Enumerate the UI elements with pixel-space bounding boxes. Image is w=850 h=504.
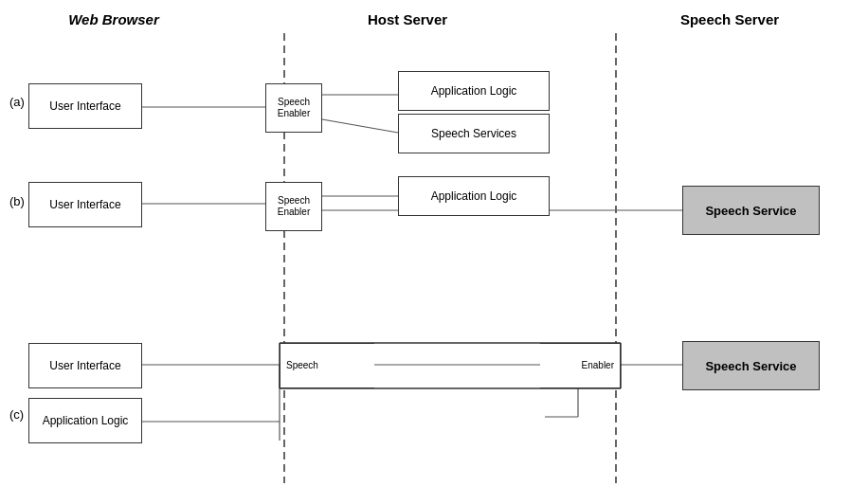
label-c: (c)	[9, 407, 24, 422]
app-logic-box-a: Application Logic	[398, 71, 550, 111]
speech-enabler-box-b: SpeechEnabler	[265, 182, 322, 231]
ui-box-a: User Interface	[28, 83, 142, 129]
label-a: (a)	[9, 95, 25, 109]
ui-box-b: User Interface	[28, 182, 142, 227]
app-logic-box-b: Application Logic	[398, 176, 550, 216]
app-logic-box-c: Application Logic	[28, 398, 142, 443]
web-browser-title: Web Browser	[28, 11, 199, 27]
ui-box-c: User Interface	[28, 343, 142, 388]
architecture-diagram: Web Browser Host Server Speech Server	[0, 0, 850, 504]
speech-service-box-b: Speech Service	[682, 186, 820, 235]
speech-enabler-c-right: Enabler	[540, 343, 621, 388]
svg-line-4	[322, 119, 398, 133]
label-b: (b)	[9, 194, 25, 208]
host-server-title: Host Server	[313, 11, 502, 27]
speech-server-title: Speech Server	[644, 11, 815, 27]
speech-enabler-box-a: SpeechEnabler	[265, 83, 322, 133]
speech-service-box-c: Speech Service	[682, 341, 820, 390]
speech-enabler-c-left: Speech	[280, 343, 374, 388]
speech-services-box-a: Speech Services	[398, 114, 550, 153]
